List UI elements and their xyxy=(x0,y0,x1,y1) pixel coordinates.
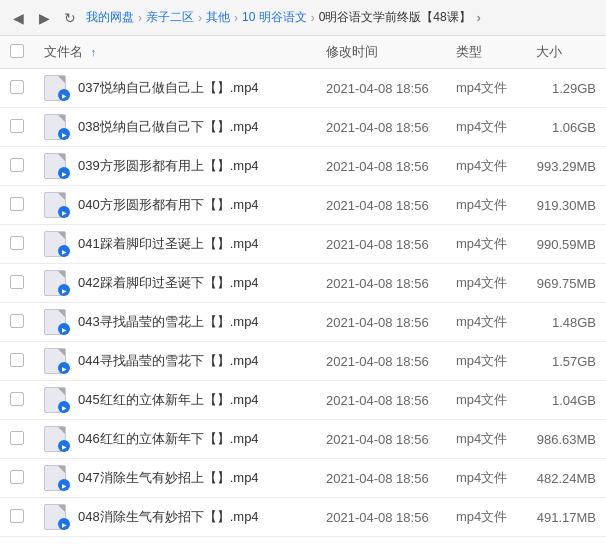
row-type-cell: mp4文件 xyxy=(446,264,526,303)
file-icon xyxy=(44,114,70,140)
row-type-cell: mp4文件 xyxy=(446,303,526,342)
row-type-cell: mp4文件 xyxy=(446,342,526,381)
breadcrumb-sep-2: › xyxy=(198,11,202,25)
file-icon xyxy=(44,309,70,335)
row-checkbox[interactable] xyxy=(10,353,24,367)
row-checkbox[interactable] xyxy=(10,431,24,445)
file-name-label[interactable]: 042踩着脚印过圣诞下【】.mp4 xyxy=(78,274,259,292)
row-name-cell: 044寻找晶莹的雪花下【】.mp4 xyxy=(34,342,316,381)
row-checkbox[interactable] xyxy=(10,275,24,289)
back-button[interactable]: ◀ xyxy=(8,8,28,28)
row-size-cell: 491.17MB xyxy=(526,498,606,537)
row-checkbox[interactable] xyxy=(10,392,24,406)
row-size-cell: 1.04GB xyxy=(526,381,606,420)
row-name-cell: 047消除生气有妙招上【】.mp4 xyxy=(34,459,316,498)
table-row: 044寻找晶莹的雪花下【】.mp42021-04-08 18:56mp4文件1.… xyxy=(0,342,606,381)
row-time-cell: 2021-04-08 18:56 xyxy=(316,69,446,108)
play-badge-icon xyxy=(58,89,70,101)
breadcrumb: 我的网盘 › 亲子二区 › 其他 › 10 明谷语文 › 0明谷语文学前终版【4… xyxy=(86,9,598,26)
row-checkbox[interactable] xyxy=(10,509,24,523)
row-checkbox[interactable] xyxy=(10,236,24,250)
play-badge-icon xyxy=(58,323,70,335)
header-name[interactable]: 文件名 ↑ xyxy=(34,36,316,69)
row-checkbox[interactable] xyxy=(10,80,24,94)
file-name-label[interactable]: 046红红的立体新年下【】.mp4 xyxy=(78,430,259,448)
row-checkbox[interactable] xyxy=(10,470,24,484)
file-name-label[interactable]: 037悦纳自己做自己上【】.mp4 xyxy=(78,79,259,97)
row-time-cell: 2021-04-08 18:56 xyxy=(316,342,446,381)
play-badge-icon xyxy=(58,245,70,257)
file-icon xyxy=(44,270,70,296)
row-time-cell: 2021-04-08 18:56 xyxy=(316,108,446,147)
play-badge-icon xyxy=(58,362,70,374)
row-checkbox-cell xyxy=(0,342,34,381)
file-name-label[interactable]: 039方形圆形都有用上【】.mp4 xyxy=(78,157,259,175)
row-checkbox[interactable] xyxy=(10,119,24,133)
play-badge-icon xyxy=(58,518,70,530)
file-icon xyxy=(44,192,70,218)
play-badge-icon xyxy=(58,440,70,452)
file-name-label[interactable]: 040方形圆形都有用下【】.mp4 xyxy=(78,196,259,214)
row-name-cell: 037悦纳自己做自己上【】.mp4 xyxy=(34,69,316,108)
breadcrumb-more[interactable]: › xyxy=(477,11,481,25)
breadcrumb-current: 0明谷语文学前终版【48课】 xyxy=(319,9,471,26)
play-badge-icon xyxy=(58,401,70,413)
row-size-cell: 969.75MB xyxy=(526,264,606,303)
file-name-label[interactable]: 044寻找晶莹的雪花下【】.mp4 xyxy=(78,352,259,370)
row-name-cell: 038悦纳自己做自己下【】.mp4 xyxy=(34,108,316,147)
table-row: 048消除生气有妙招下【】.mp42021-04-08 18:56mp4文件49… xyxy=(0,498,606,537)
row-size-cell: 1.06GB xyxy=(526,108,606,147)
breadcrumb-mycloud[interactable]: 我的网盘 xyxy=(86,9,134,26)
file-name-label[interactable]: 043寻找晶莹的雪花上【】.mp4 xyxy=(78,313,259,331)
breadcrumb-other[interactable]: 其他 xyxy=(206,9,230,26)
header-size: 大小 xyxy=(526,36,606,69)
toolbar: ◀ ▶ ↻ 我的网盘 › 亲子二区 › 其他 › 10 明谷语文 › 0明谷语文… xyxy=(0,0,606,36)
row-checkbox-cell xyxy=(0,420,34,459)
file-name-label[interactable]: 047消除生气有妙招上【】.mp4 xyxy=(78,469,259,487)
row-size-cell: 986.63MB xyxy=(526,420,606,459)
row-time-cell: 2021-04-08 18:56 xyxy=(316,186,446,225)
row-type-cell: mp4文件 xyxy=(446,69,526,108)
select-all-checkbox[interactable] xyxy=(10,44,24,58)
breadcrumb-sep-3: › xyxy=(234,11,238,25)
row-size-cell: 1.29GB xyxy=(526,69,606,108)
breadcrumb-sep-4: › xyxy=(311,11,315,25)
row-type-cell: mp4文件 xyxy=(446,108,526,147)
play-badge-icon xyxy=(58,167,70,179)
row-checkbox-cell xyxy=(0,303,34,342)
row-checkbox-cell xyxy=(0,459,34,498)
row-name-cell: 045红红的立体新年上【】.mp4 xyxy=(34,381,316,420)
row-checkbox-cell xyxy=(0,186,34,225)
breadcrumb-minggu[interactable]: 10 明谷语文 xyxy=(242,9,307,26)
refresh-button[interactable]: ↻ xyxy=(60,8,80,28)
row-time-cell: 2021-04-08 18:56 xyxy=(316,147,446,186)
row-size-cell: 990.59MB xyxy=(526,225,606,264)
file-name-label[interactable]: 045红红的立体新年上【】.mp4 xyxy=(78,391,259,409)
row-checkbox-cell xyxy=(0,147,34,186)
row-checkbox[interactable] xyxy=(10,314,24,328)
file-icon xyxy=(44,387,70,413)
row-name-cell: 041踩着脚印过圣诞上【】.mp4 xyxy=(34,225,316,264)
header-checkbox-col xyxy=(0,36,34,69)
row-time-cell: 2021-04-08 18:56 xyxy=(316,459,446,498)
row-type-cell: mp4文件 xyxy=(446,420,526,459)
forward-button[interactable]: ▶ xyxy=(34,8,54,28)
file-name-label[interactable]: 041踩着脚印过圣诞上【】.mp4 xyxy=(78,235,259,253)
row-size-cell: 482.24MB xyxy=(526,459,606,498)
file-icon xyxy=(44,504,70,530)
row-size-cell: 1.57GB xyxy=(526,342,606,381)
breadcrumb-zone[interactable]: 亲子二区 xyxy=(146,9,194,26)
play-badge-icon xyxy=(58,479,70,491)
file-icon xyxy=(44,231,70,257)
file-name-label[interactable]: 038悦纳自己做自己下【】.mp4 xyxy=(78,118,259,136)
row-type-cell: mp4文件 xyxy=(446,147,526,186)
play-badge-icon xyxy=(58,206,70,218)
table-row: 037悦纳自己做自己上【】.mp42021-04-08 18:56mp4文件1.… xyxy=(0,69,606,108)
file-table: 文件名 ↑ 修改时间 类型 大小 037悦纳自己做自己上【】.mp42021-0… xyxy=(0,36,606,537)
header-time: 修改时间 xyxy=(316,36,446,69)
row-type-cell: mp4文件 xyxy=(446,459,526,498)
table-row: 045红红的立体新年上【】.mp42021-04-08 18:56mp4文件1.… xyxy=(0,381,606,420)
row-checkbox[interactable] xyxy=(10,158,24,172)
file-name-label[interactable]: 048消除生气有妙招下【】.mp4 xyxy=(78,508,259,526)
row-checkbox[interactable] xyxy=(10,197,24,211)
